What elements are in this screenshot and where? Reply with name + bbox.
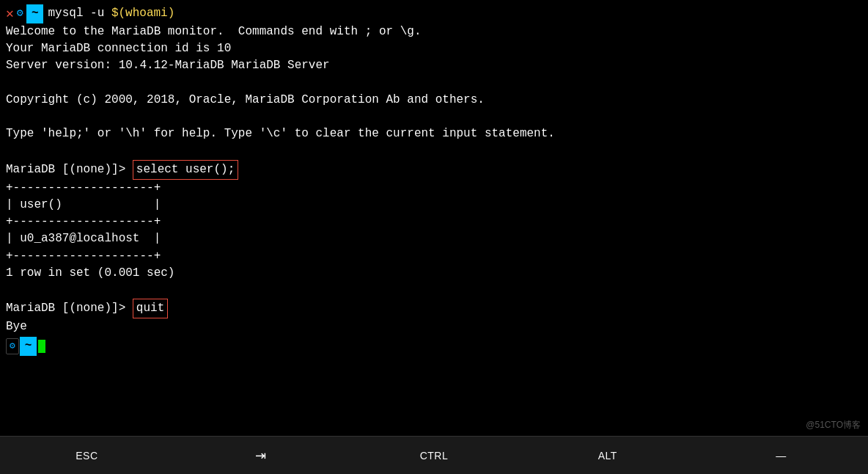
bottom-bar-esc[interactable]: ESC	[0, 450, 174, 462]
shell-tilde-final: ~	[20, 337, 37, 355]
alt-label: ALT	[598, 450, 617, 462]
mariadb-prompt-select: MariaDB [(none)]> select user();	[6, 160, 862, 180]
line-blank4	[6, 282, 862, 299]
line-connid: Your MariaDB connection id is 10	[6, 40, 862, 57]
cmd-dollar: $(whoami)	[111, 7, 174, 20]
bottom-bar: ESC ⇥ CTRL ALT —	[0, 436, 868, 474]
prompt-tilde: ~	[26, 4, 44, 23]
shell-gear-icon: ⚙	[6, 338, 19, 355]
line-bye: Bye	[6, 318, 862, 335]
line-blank2	[6, 109, 862, 125]
table-border-top: +--------------------+	[6, 180, 862, 197]
line-help: Type 'help;' or '\h' for help. Type '\c'…	[6, 125, 862, 142]
table-border-mid: +--------------------+	[6, 214, 862, 230]
dash-label: —	[776, 450, 787, 462]
bottom-bar-ctrl[interactable]: CTRL	[347, 450, 521, 462]
shell-prompt-final: ⚙ ~	[6, 337, 862, 355]
terminal-top-prompt: ✕ ⚙ ~ mysql -u $(whoami)	[6, 4, 862, 23]
cmd-select-user: select user();	[133, 160, 238, 180]
line-welcome: Welcome to the MariaDB monitor. Commands…	[6, 23, 862, 40]
line-blank3	[6, 142, 862, 159]
prompt-x-icon: ✕	[6, 4, 14, 23]
line-rowcount: 1 row in set (0.001 sec)	[6, 265, 862, 282]
esc-label: ESC	[76, 450, 98, 462]
cmd-quit: quit	[133, 299, 168, 318]
prompt-cmd-label: mysql -u $(whoami)	[48, 5, 174, 22]
ctrl-label: CTRL	[420, 450, 449, 462]
bottom-bar-dash[interactable]: —	[694, 450, 868, 462]
bottom-bar-alt[interactable]: ALT	[521, 450, 694, 462]
prompt-gear-icon: ⚙	[17, 6, 23, 22]
bottom-bar-enter[interactable]: ⇥	[174, 448, 347, 464]
mariadb-prompt-quit: MariaDB [(none)]> quit	[6, 299, 862, 318]
mariadb-prompt-label: MariaDB [(none)]>	[6, 161, 133, 178]
terminal-area: ✕ ⚙ ~ mysql -u $(whoami) Welcome to the …	[0, 0, 868, 436]
table-value: | u0_a387@localhost |	[6, 230, 862, 247]
table-border-bot: +--------------------+	[6, 248, 862, 265]
cursor	[38, 340, 45, 353]
watermark: @51CTO博客	[806, 419, 861, 431]
table-header: | user() |	[6, 197, 862, 214]
mariadb-prompt-quit-label: MariaDB [(none)]>	[6, 300, 133, 317]
enter-icon: ⇥	[255, 448, 266, 464]
line-blank1	[6, 75, 862, 92]
line-copyright: Copyright (c) 2000, 2018, Oracle, MariaD…	[6, 92, 862, 109]
line-version: Server version: 10.4.12-MariaDB MariaDB …	[6, 57, 862, 74]
cmd-mysql: mysql -u	[48, 7, 111, 20]
